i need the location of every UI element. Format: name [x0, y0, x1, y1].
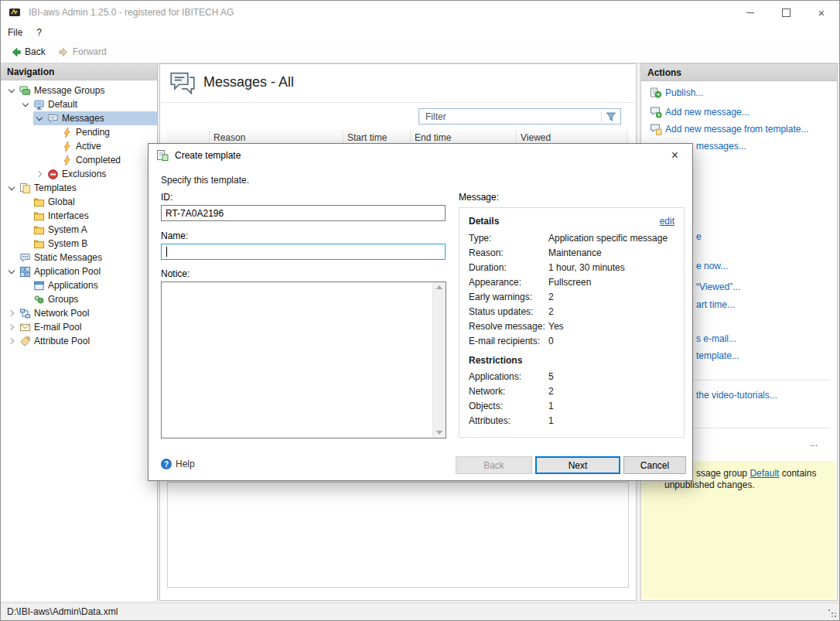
tree-item-default[interactable]: Default [1, 97, 157, 111]
add-message-icon [650, 106, 662, 118]
chevron-expanded-icon[interactable] [33, 112, 46, 125]
tree-item-label: System B [48, 238, 87, 249]
scroll-down-icon[interactable] [436, 431, 442, 435]
folder-icon [32, 210, 45, 222]
chevron-collapsed-icon[interactable] [5, 321, 18, 333]
tree-item-global[interactable]: Global [1, 195, 157, 209]
filter-funnel-icon[interactable] [605, 111, 617, 123]
scroll-up-icon[interactable] [436, 285, 442, 289]
header-separator [161, 102, 635, 103]
chevron-collapsed-icon[interactable] [5, 307, 18, 319]
detail-row: Status updates:2 [469, 304, 674, 319]
status-bar: D:\IBI-aws\Admin\Data.xml [1, 602, 839, 620]
static-icon [19, 251, 31, 264]
action-add-new-message[interactable]: Add new message... [650, 106, 750, 118]
tree-item-system-a[interactable]: System A [1, 223, 157, 237]
tree-row-body: Network Pool [5, 306, 157, 320]
tree-item-active[interactable]: Active [1, 139, 157, 153]
close-button[interactable]: × [804, 1, 839, 24]
chevron-expanded-icon[interactable] [5, 182, 18, 194]
maximize-button[interactable] [768, 1, 804, 24]
navigation-header: Navigation [1, 63, 157, 80]
folder-icon [32, 237, 45, 250]
action-add-new-message-from-template[interactable]: Add new message from template... [650, 123, 808, 135]
column-header-icon[interactable] [167, 130, 210, 144]
tree-item-system-b[interactable]: System B [1, 237, 157, 251]
tree-item-e-mail-pool[interactable]: E-mail Pool [1, 320, 157, 334]
tree-indent [1, 237, 19, 251]
tree-item-application-pool[interactable]: Application Pool [1, 264, 157, 278]
notice-textarea[interactable] [162, 282, 432, 438]
tree-item-attribute-pool[interactable]: Attribute Pool [1, 334, 157, 348]
menu-help[interactable]: ? [29, 24, 49, 41]
detail-row: Early warnings:2 [469, 289, 674, 304]
tree-item-templates[interactable]: Templates [1, 181, 157, 195]
tree-row-body: Completed [47, 153, 157, 167]
chevron-expanded-icon[interactable] [19, 98, 32, 111]
action-fragment[interactable]: e [696, 231, 702, 242]
detail-row: Reason:Maintenance [469, 245, 674, 260]
minimize-button[interactable] [732, 1, 768, 24]
id-input[interactable] [161, 205, 446, 221]
tree-item-exclusions[interactable]: Exclusions [1, 167, 157, 181]
restrictions-rows: Applications:5Network:2Objects:1Attribut… [469, 369, 674, 428]
tree-item-applications[interactable]: Applications [1, 278, 157, 292]
tree-item-label: Network Pool [34, 308, 89, 319]
tree-item-network-pool[interactable]: Network Pool [1, 306, 157, 320]
tree-item-groups[interactable]: Groups [1, 292, 157, 306]
textarea-scrollbar[interactable] [432, 282, 446, 438]
action-fragment[interactable]: the video-tutorials... [696, 390, 777, 401]
detail-label: Applications: [469, 371, 548, 382]
chevron-expanded-icon[interactable] [5, 265, 18, 278]
action-fragment[interactable]: ... [810, 438, 818, 449]
dialog-back-button[interactable]: Back [456, 456, 532, 474]
tree-item-interfaces[interactable]: Interfaces [1, 209, 157, 223]
tree-item-completed[interactable]: Completed [1, 153, 157, 167]
back-button[interactable]: Back [4, 43, 52, 61]
resize-grip-icon[interactable] [828, 609, 830, 611]
default-group-link[interactable]: Default [750, 468, 779, 479]
folder-icon [32, 223, 45, 236]
notice-text: contains [779, 468, 816, 479]
tree-item-label: Templates [34, 183, 77, 193]
filter-input[interactable] [419, 111, 598, 122]
dialog-title-bar: Create template × [149, 144, 692, 167]
action-fragment[interactable]: template... [696, 350, 739, 361]
action-fragment[interactable]: art time... [696, 299, 735, 310]
column-header-viewed[interactable]: Viewed [517, 130, 627, 144]
tree-item-pending[interactable]: Pending [1, 125, 157, 139]
name-input[interactable] [161, 244, 446, 260]
action-fragment[interactable]: messages... [696, 141, 746, 152]
column-header-end-time[interactable]: End time [411, 130, 517, 144]
tree-item-label: Exclusions [62, 169, 106, 179]
tree-item-message-groups[interactable]: Message Groups [1, 84, 157, 97]
help-link[interactable]: ? Help [161, 459, 195, 469]
dialog-next-button[interactable]: Next [535, 456, 620, 474]
edit-link[interactable]: edit [660, 216, 674, 227]
dialog-close-button[interactable]: × [657, 144, 692, 167]
menu-bar: File ? [1, 24, 839, 41]
forward-button[interactable]: Forward [52, 43, 113, 61]
tree-item-messages[interactable]: Messages [1, 111, 157, 125]
action-fragment[interactable]: s e-mail... [696, 333, 736, 344]
detail-label: Status updates: [469, 306, 548, 317]
tree-item-label: Messages [62, 113, 104, 124]
chevron-collapsed-icon[interactable] [33, 168, 46, 180]
minimize-icon [746, 12, 754, 13]
action-fragment[interactable]: “Viewed”... [696, 281, 740, 292]
chevron-expanded-icon[interactable] [5, 84, 18, 97]
detail-value: 1 [548, 401, 554, 411]
tree-row-body: System B [19, 237, 157, 251]
dialog-cancel-button[interactable]: Cancel [623, 456, 686, 474]
detail-value: 1 hour, 30 minutes [548, 262, 625, 273]
tree-item-label: Completed [76, 155, 121, 165]
action-fragment[interactable]: e now... [696, 261, 728, 271]
column-header-start-time[interactable]: Start time [343, 130, 411, 144]
menu-file[interactable]: File [1, 24, 29, 41]
column-header-reason[interactable]: Reason [210, 130, 343, 144]
action-publish[interactable]: Publish... [650, 87, 703, 99]
message-details-panel: Details edit Type:Application specific m… [459, 207, 685, 438]
tree-indent [1, 125, 47, 139]
tree-item-static-messages[interactable]: Static Messages [1, 251, 157, 264]
chevron-collapsed-icon[interactable] [5, 335, 18, 347]
